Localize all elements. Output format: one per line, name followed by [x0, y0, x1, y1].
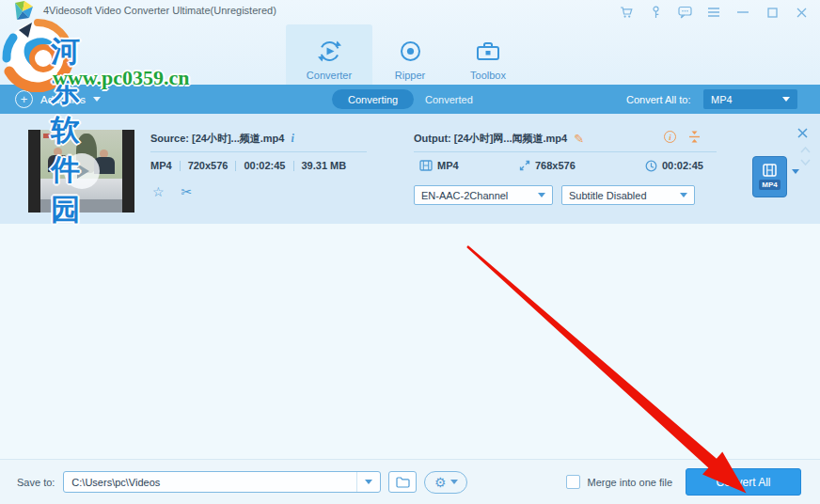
play-icon [77, 164, 89, 179]
file-row: Source: [24小时]...频道.mp4 i MP4 720x576 00… [0, 114, 820, 224]
effect-star-icon[interactable]: ☆ [152, 184, 165, 199]
save-to-label: Save to: [17, 477, 55, 488]
settings-button[interactable]: ⚙ [424, 471, 467, 494]
source-panel: Source: [24小时]...频道.mp4 i MP4 720x576 00… [150, 127, 367, 199]
convert-all-button[interactable]: Convert All [686, 468, 801, 496]
footer-bar: Save to: C:\Users\pc\Videos ⚙ Merge into… [0, 459, 820, 504]
open-folder-button[interactable] [388, 471, 417, 493]
add-files-button[interactable]: + Add Files [15, 85, 101, 114]
tab-ripper[interactable]: Ripper [367, 24, 453, 87]
save-path-caret-icon[interactable] [356, 472, 380, 492]
folder-icon [396, 477, 410, 488]
tab-ripper-label: Ripper [395, 70, 425, 81]
film-icon [419, 160, 433, 171]
output-title: Output: [24小时]网...闻频道.mp4 [414, 132, 567, 146]
save-path-input[interactable]: C:\Users\pc\Videos [63, 471, 381, 493]
main-tabs: Converter Ripper Toolbox [0, 23, 820, 85]
clock-icon [645, 160, 657, 172]
cart-icon[interactable] [619, 5, 634, 20]
converting-tab[interactable]: Converting [332, 89, 414, 109]
audio-track-value: EN-AAC-2Channel [421, 190, 508, 201]
tab-toolbox[interactable]: Toolbox [445, 24, 531, 87]
output-panel: Output: [24小时]网...闻频道.mp4 ✎ i MP4 768x57… [414, 127, 717, 205]
format-button[interactable]: MP4 [752, 156, 787, 197]
output-meta: MP4 768x576 00:02:45 [414, 152, 717, 179]
gear-icon: ⚙ [434, 476, 447, 489]
format-caret-icon[interactable] [792, 169, 799, 174]
channel-logo [43, 134, 52, 138]
remove-file-icon[interactable] [797, 128, 808, 138]
converter-icon [317, 39, 342, 64]
rename-pencil-icon[interactable]: ✎ [574, 132, 584, 146]
header: 4Videosoft Video Converter Ultimate(Unre… [0, 0, 820, 85]
source-resolution: 720x576 [188, 160, 229, 171]
video-thumbnail[interactable] [28, 130, 134, 213]
output-format: MP4 [437, 160, 459, 171]
source-format: MP4 [150, 160, 172, 171]
convert-all-to-caret-icon [782, 97, 790, 102]
toolbar: + Add Files Converting Converted Convert… [0, 85, 820, 114]
file-list-empty-area [0, 224, 820, 459]
close-button[interactable] [794, 5, 809, 20]
play-button[interactable] [64, 153, 100, 189]
subtitle-caret-icon [680, 193, 687, 197]
film-icon [763, 164, 777, 177]
source-size: 39.31 MB [302, 160, 347, 171]
news-desk-front [40, 199, 122, 213]
tab-converter[interactable]: Converter [286, 24, 372, 87]
merge-checkbox[interactable] [566, 475, 580, 489]
output-info-icon[interactable]: i [664, 131, 676, 143]
subtitle-dropdown[interactable]: Subtitle Disabled [561, 185, 695, 205]
source-info-icon[interactable]: i [291, 132, 293, 146]
subtitle-value: Subtitle Disabled [569, 190, 647, 201]
source-duration: 00:02:45 [244, 160, 285, 171]
output-duration: 00:02:45 [662, 160, 703, 171]
maximize-button[interactable] [765, 5, 780, 20]
feedback-icon[interactable] [677, 5, 692, 20]
add-files-label: Add Files [40, 94, 86, 105]
audio-track-dropdown[interactable]: EN-AAC-2Channel [414, 185, 553, 205]
source-title: Source: [24小时]...频道.mp4 [150, 132, 284, 146]
move-up-icon[interactable] [800, 147, 811, 153]
format-badge: MP4 [759, 180, 780, 190]
menu-icon[interactable] [706, 5, 721, 20]
tab-toolbox-label: Toolbox [470, 70, 506, 81]
source-meta: MP4 720x576 00:02:45 39.31 MB [150, 152, 367, 179]
output-resolution: 768x576 [535, 160, 576, 171]
titlebar: 4Videosoft Video Converter Ultimate(Unre… [0, 0, 820, 23]
app-window: 4Videosoft Video Converter Ultimate(Unre… [0, 0, 820, 504]
toolbox-icon [475, 39, 501, 64]
window-title: 4Videosoft Video Converter Ultimate(Unre… [43, 5, 276, 16]
audio-caret-icon [538, 193, 545, 197]
resolution-icon [519, 160, 530, 171]
save-path-value: C:\Users\pc\Videos [64, 477, 356, 488]
window-controls [619, 0, 809, 24]
register-key-icon[interactable] [648, 5, 663, 20]
convert-all-to-value: MP4 [711, 94, 733, 105]
converted-tab[interactable]: Converted [425, 85, 473, 114]
add-files-caret-icon [93, 97, 101, 102]
move-down-icon[interactable] [800, 159, 811, 165]
ripper-icon [398, 39, 423, 64]
convert-all-to-label: Convert All to: [626, 85, 690, 114]
tab-converter-label: Converter [307, 70, 352, 81]
merge-label: Merge into one file [588, 477, 673, 488]
minimize-button[interactable] [735, 5, 750, 20]
add-files-plus-icon: + [15, 90, 33, 108]
app-logo-icon [11, 1, 34, 22]
compress-icon[interactable] [688, 130, 701, 144]
cut-scissors-icon[interactable]: ✂ [181, 184, 193, 199]
convert-all-to-dropdown[interactable]: MP4 [703, 89, 797, 109]
settings-caret-icon [450, 480, 458, 484]
